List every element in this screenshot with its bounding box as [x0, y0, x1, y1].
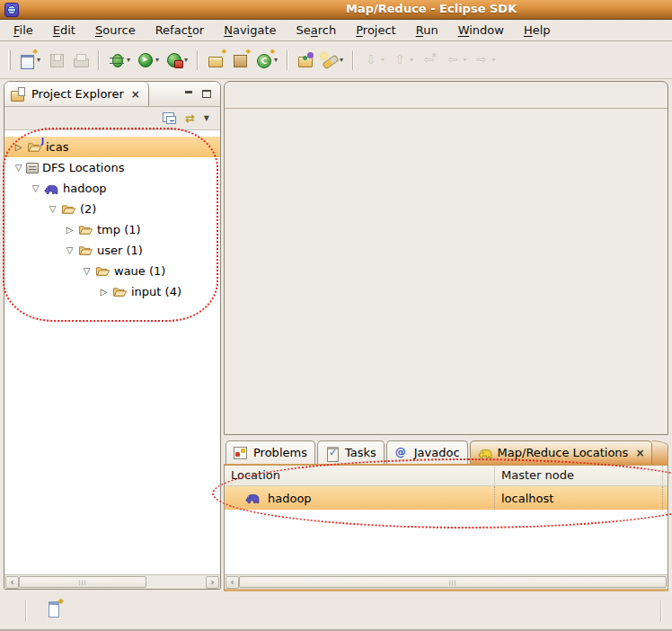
- run-external-icon: [166, 52, 183, 68]
- dropdown-caret-icon[interactable]: ▾: [340, 56, 343, 64]
- tab-tasks[interactable]: Tasks: [317, 440, 385, 464]
- back-icon: [445, 52, 462, 68]
- folder-icon: [94, 264, 111, 278]
- menu-search[interactable]: Search: [287, 22, 347, 39]
- search-button[interactable]: ▾: [320, 50, 345, 70]
- tab-project-explorer[interactable]: Project Explorer ×: [4, 82, 149, 106]
- scrollbar-thumb[interactable]: |||: [19, 576, 146, 588]
- dropdown-caret-icon[interactable]: ▾: [184, 56, 188, 64]
- dfs-server-icon: [26, 163, 39, 173]
- collapse-arrow-icon[interactable]: ▽: [12, 163, 25, 173]
- menu-navigate[interactable]: Navigate: [214, 22, 286, 39]
- titlebar[interactable]: Map/Reduce - Eclipse SDK: [0, 0, 672, 20]
- tab-map-reduce-locations[interactable]: Map/Reduce Locations×: [470, 440, 653, 464]
- close-tab-icon[interactable]: ×: [635, 447, 644, 459]
- view-menu-icon[interactable]: ▼: [204, 114, 209, 122]
- tree-item-label: (2): [80, 202, 96, 216]
- menu-run[interactable]: Run: [406, 22, 448, 39]
- dropdown-caret-icon[interactable]: ▾: [127, 56, 130, 64]
- eclipse-orb-icon: [7, 5, 16, 14]
- tree-item-user-1[interactable]: ▽user (1): [4, 240, 220, 261]
- new-wizard-button[interactable]: ▾: [17, 50, 42, 70]
- menu-project[interactable]: Project: [346, 22, 406, 39]
- tree-item-input-4[interactable]: ▷input (4): [4, 281, 220, 302]
- toolbar-separator: [352, 50, 354, 70]
- scroll-grip-icon: |||: [448, 580, 456, 585]
- menu-help[interactable]: Help: [514, 22, 561, 39]
- tab-problems[interactable]: Problems: [225, 440, 315, 464]
- hadoop-elephant-yellow-icon: [478, 446, 493, 459]
- column-header-s[interactable]: S: [663, 466, 668, 485]
- new-wizard-icon: [19, 52, 36, 68]
- save-button: [46, 50, 66, 70]
- new-class-button[interactable]: ▾: [254, 50, 279, 70]
- next-annotation-icon: [363, 52, 380, 68]
- tab-label: Map/Reduce Locations: [498, 446, 629, 459]
- tree-item-tmp-1[interactable]: ▷tmp (1): [4, 219, 220, 240]
- run-external-button[interactable]: ▾: [164, 50, 190, 70]
- master-node-cell[interactable]: localhost: [495, 486, 663, 510]
- menu-file[interactable]: File: [4, 22, 43, 39]
- java-project-icon: J: [26, 140, 42, 154]
- tree-item-waue-1[interactable]: ▽waue (1): [4, 261, 220, 281]
- bottom-horizontal-scrollbar[interactable]: ‹ |||: [225, 574, 668, 589]
- link-with-editor-icon[interactable]: ⇄: [185, 112, 195, 124]
- collapse-arrow-icon[interactable]: ▽: [80, 266, 93, 276]
- dropdown-caret-icon[interactable]: ▾: [155, 56, 159, 64]
- expand-arrow-icon[interactable]: ▷: [63, 225, 76, 235]
- collapse-arrow-icon[interactable]: ▽: [29, 183, 42, 193]
- locations-table-header: LocationMaster nodeS: [225, 466, 668, 486]
- location-value: hadoop: [268, 492, 312, 505]
- state-cell[interactable]: [663, 486, 668, 510]
- menu-window[interactable]: Window: [448, 22, 514, 39]
- collapse-all-icon[interactable]: [164, 113, 176, 124]
- scroll-left-icon[interactable]: ‹: [5, 576, 19, 589]
- new-java-package-button[interactable]: [230, 50, 251, 70]
- mapreduce-locations-content: LocationMaster nodeS hadooplocalhost ‹ |…: [224, 464, 668, 591]
- eclipse-logo-icon: [4, 3, 19, 17]
- minimize-view-icon[interactable]: [184, 90, 193, 98]
- menu-source[interactable]: Source: [85, 22, 146, 39]
- sparkle-icon: ◆: [58, 597, 64, 605]
- status-separator: [25, 600, 27, 622]
- fast-view-icon[interactable]: ◆: [49, 601, 59, 618]
- problems-icon: [234, 447, 249, 458]
- column-header-master-node[interactable]: Master node: [495, 466, 663, 485]
- save-icon: [48, 52, 65, 68]
- dropdown-caret-icon[interactable]: ▾: [37, 56, 40, 64]
- close-view-icon[interactable]: ×: [131, 88, 140, 101]
- tree-item-label: tmp (1): [97, 223, 141, 236]
- expand-arrow-icon[interactable]: ▷: [12, 142, 25, 152]
- run-button[interactable]: ▾: [136, 50, 161, 70]
- tree-item-dfs-locations[interactable]: ▽DFS Locations: [4, 157, 220, 178]
- collapse-arrow-icon[interactable]: ▽: [63, 245, 76, 255]
- javadoc-icon: [394, 447, 410, 459]
- maximize-view-icon[interactable]: [202, 90, 211, 98]
- project-explorer-tabstrip: Project Explorer ×: [4, 82, 220, 107]
- collapse-arrow-icon[interactable]: ▽: [46, 204, 59, 214]
- dropdown-caret-icon[interactable]: ▾: [274, 56, 278, 64]
- tab-javadoc[interactable]: Javadoc: [386, 440, 468, 464]
- open-resource-button[interactable]: [296, 50, 316, 70]
- tree-item-label: icas: [46, 140, 69, 154]
- locations-table-row[interactable]: hadooplocalhost: [225, 486, 668, 510]
- tree-item-hadoop[interactable]: ▽hadoop: [4, 178, 220, 199]
- expand-arrow-icon[interactable]: ▷: [97, 287, 111, 297]
- location-cell[interactable]: hadoop: [225, 486, 495, 510]
- scrollbar-thumb[interactable]: |||: [239, 576, 667, 588]
- new-java-project-button[interactable]: [206, 50, 226, 70]
- scroll-right-icon[interactable]: ›: [206, 576, 219, 589]
- last-edit-location-icon: [420, 52, 438, 68]
- toolbar: ▾▾▾▾▾▾▾▾▾▾: [0, 41, 672, 79]
- menu-edit[interactable]: Edit: [43, 22, 85, 39]
- tree-item-2[interactable]: ▽(2): [4, 199, 220, 219]
- menu-refactor[interactable]: Refactor: [146, 22, 215, 39]
- scroll-left-icon[interactable]: ‹: [225, 576, 239, 589]
- search-icon: [322, 52, 339, 68]
- tree-item-icas[interactable]: ▷Jicas: [4, 137, 220, 157]
- left-horizontal-scrollbar[interactable]: ‹ ||| ›: [4, 574, 220, 589]
- menubar: FileEditSourceRefactorNavigateSearchProj…: [0, 20, 672, 41]
- forward-button: ▾: [472, 50, 497, 70]
- debug-button[interactable]: ▾: [107, 50, 132, 70]
- column-header-location[interactable]: Location: [225, 466, 495, 485]
